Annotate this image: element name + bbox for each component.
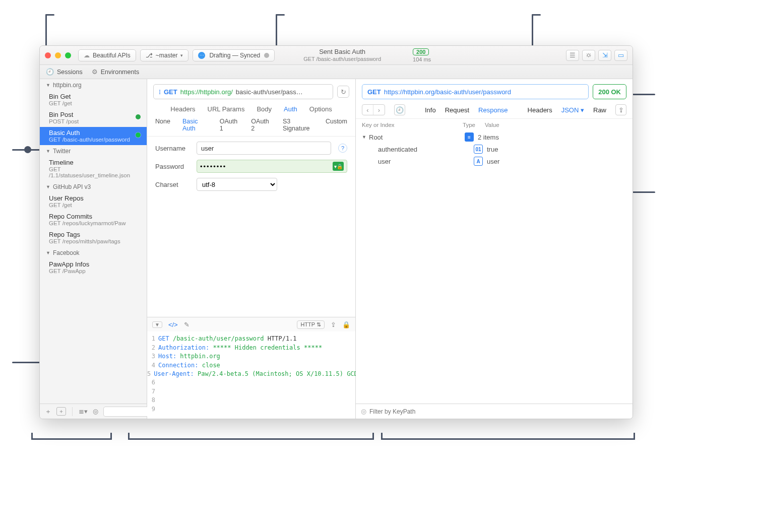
sidebar-group[interactable]: ▼GitHub API v3 [40,181,147,192]
sidebar-item[interactable]: Bin GetGET /get [40,91,147,109]
toolbar-export-button[interactable]: ⇲ [598,50,611,61]
subtab-basic-auth[interactable]: Basic Auth [182,118,208,132]
traffic-lights [45,52,71,58]
hdr-type: Type [463,122,485,128]
lock-icon[interactable]: ▾🔒 [333,162,344,171]
history-icon[interactable]: 🕘 [394,104,405,115]
zoom-icon[interactable] [65,52,71,58]
add-folder-button[interactable]: ＋ [56,407,66,416]
sidebar-item[interactable]: TimelineGET /1.1/statuses/user_timeline.… [40,157,147,181]
tree-row[interactable]: userAuser [362,155,626,167]
group-label: httpbin.org [53,82,82,89]
tree-value: 2 items [478,134,499,141]
method-handle-icon[interactable]: ⁞ [159,88,161,96]
hdr-value: Value [485,122,626,128]
tab-response[interactable]: Response [478,106,508,114]
tab-body[interactable]: Body [257,105,272,113]
request-tabs: HeadersURL ParamsBodyAuthOptions [147,101,355,116]
subtab-none[interactable]: None [155,118,170,132]
sessions-tab[interactable]: 🕘 Sessions [46,68,83,76]
sidebar-item[interactable]: PawApp InfosGET /PawApp [40,258,147,277]
back-button[interactable]: ‹ [362,105,373,115]
keypath-filter-input[interactable] [369,408,627,415]
json-tree: ▼Root≡2 itemsauthenticated01trueuserAuse… [356,131,633,167]
tab-auth[interactable]: Auth [284,105,297,113]
tree-key: Root [369,134,465,141]
sidebar-item[interactable]: Basic AuthGET /basic-auth/user/password [40,127,147,145]
globe-icon: ⚙ [92,68,98,76]
sidebar-group[interactable]: ▼Twitter [40,145,147,157]
sidebar-group[interactable]: ▼httpbin.org [40,79,147,91]
sidebar-item[interactable]: Bin PostPOST /post [40,109,147,127]
item-sub: GET /repos/mittsh/paw/tags [49,238,142,244]
help-icon[interactable]: ? [338,144,347,153]
tab-url-params[interactable]: URL Params [208,105,245,113]
sidebar-group[interactable]: ▼Facebook [40,247,147,258]
format-dropdown[interactable]: JSON ▾ [561,106,584,114]
tree-row[interactable]: authenticated01true [362,143,626,155]
close-icon[interactable] [45,52,51,58]
share-icon[interactable]: ⇪ [331,321,336,328]
raw-line: 1GET /basic-auth/user/password HTTP/1.1 [147,335,355,343]
sidebar-list: ▼httpbin.orgBin GetGET /getBin PostPOST … [40,79,147,404]
send-button[interactable]: ↻ [337,86,349,98]
raw-line: 5User-Agent: Paw/2.4-beta.5 (Macintosh; … [147,370,355,378]
collapse-button[interactable]: ▼ [152,321,162,328]
branch-pill[interactable]: ⎇ ~master ▾ [140,49,189,61]
tab-options[interactable]: Options [309,105,332,113]
add-button[interactable]: ＋ [45,407,51,416]
item-name: Bin Get [49,93,142,100]
subtab-oauth-1[interactable]: OAuth 1 [220,118,239,132]
password-input[interactable] [200,163,333,170]
edit-icon[interactable]: ✎ [184,321,190,328]
raw-format-select[interactable]: HTTP ⇅ [297,320,325,329]
titlebar-badges: 200 104 ms [413,48,431,62]
document-pill[interactable]: ☁ Beautiful APIs [78,49,136,61]
charset-select[interactable]: utf-8 [197,178,277,191]
sort-button[interactable]: ≣▾ [79,408,88,415]
tab-raw[interactable]: Raw [593,106,606,114]
sync-dot-icon [264,53,269,58]
tree-value: user [487,158,499,165]
toolbar-cloud-button[interactable]: ⛭ [582,50,595,61]
subtab-oauth-2[interactable]: OAuth 2 [251,118,271,132]
toolbar-list-button[interactable]: ☰ [566,50,579,61]
tree-row[interactable]: ▼Root≡2 items [362,131,626,143]
code-icon[interactable]: </> [168,321,178,328]
sync-status-pill[interactable]: ⋯ Drafting — Synced [193,49,275,61]
tab-request[interactable]: Request [445,106,469,114]
tab-info[interactable]: Info [425,106,436,114]
auth-subtabs: NoneBasic AuthOAuth 1OAuth 2S3 Signature… [147,116,355,137]
subtitle: GET /basic-auth/user/password [303,56,381,62]
environments-tab[interactable]: ⚙ Environments [92,68,139,76]
hdr-key: Key or Index [362,122,463,128]
minimize-icon[interactable] [55,52,61,58]
tab-headers[interactable]: Headers [170,105,195,113]
sidebar-bottom-bar: ＋ ＋ ≣▾ ◎ [40,404,147,419]
url-field[interactable]: ⁞ GET https://httpbin.org/basic-auth/use… [153,84,333,99]
sidebar-item[interactable]: Repo CommitsGET /repos/luckymarmot/Paw [40,211,147,229]
subtab-custom[interactable]: Custom [326,118,347,132]
response-share-icon[interactable]: ⇪ [615,104,626,115]
toolbar-panels-button[interactable]: ▭ [614,50,627,61]
lock-small-icon[interactable]: 🔒 [342,321,350,328]
response-url-field: GET https://httpbin.org/basic-auth/user/… [362,84,589,99]
sidebar-item[interactable]: Repo TagsGET /repos/mittsh/paw/tags [40,229,147,247]
type-badge: 01 [474,145,483,154]
method-label: GET [164,88,177,96]
raw-line: 8 [147,396,355,405]
request-panel: ⁞ GET https://httpbin.org/basic-auth/use… [147,79,356,419]
url-host: https://httpbin.org/ [180,88,233,96]
clock-icon: 🕘 [46,68,54,76]
item-name: Basic Auth [49,129,142,137]
url-path: basic-auth/user/pass… [236,88,303,96]
forward-button[interactable]: › [373,105,385,115]
tab-headers[interactable]: Headers [528,106,552,114]
response-tabs: ‹ › 🕘 Info Request Response Headers JSON… [356,101,633,119]
response-status: 200 OK [593,84,626,99]
subtab-s3-signature[interactable]: S3 Signature [283,118,313,132]
chevron-down-icon: ▼ [46,83,50,88]
sidebar-item[interactable]: User ReposGET /get [40,192,147,211]
raw-line: 9 [147,405,355,414]
username-input[interactable] [197,142,331,155]
